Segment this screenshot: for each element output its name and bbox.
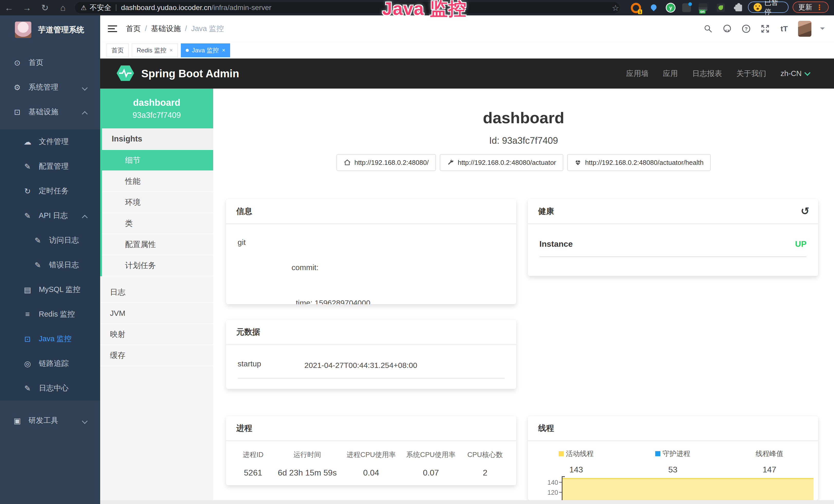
breadcrumb-infrastructure[interactable]: 基础设施 — [151, 24, 181, 34]
sba-menu-logs[interactable]: 日志 — [100, 282, 213, 303]
sidebar-item-home[interactable]: ⊙ 首页 — [0, 50, 100, 75]
sba-menu-scheduled-tasks[interactable]: 计划任务 — [102, 255, 213, 276]
sidebar-item-label: 系统管理 — [28, 82, 58, 92]
sidebar-item-system-mgmt[interactable]: ⚙ 系统管理 — [0, 75, 100, 100]
sba-locale-select[interactable]: zh-CN — [781, 69, 810, 78]
github-icon[interactable] — [722, 24, 732, 34]
extension-y-icon[interactable]: y — [666, 3, 676, 13]
sidebar-item-java-monitor[interactable]: ⊡ Java 监控 — [0, 327, 100, 351]
tab-java-monitor[interactable]: Java 监控 × — [181, 43, 230, 57]
sba-menu-jvm[interactable]: JVM — [100, 303, 213, 324]
process-card-title: 进程 — [226, 416, 516, 441]
security-label: 不安全 — [90, 3, 111, 13]
sidebar-item-scheduled-jobs[interactable]: ↻ 定时任务 — [0, 179, 100, 203]
sidebar-item-api-log[interactable]: ✎ API 日志 — [0, 203, 100, 228]
insights-group: Insights 细节 性能 环境 类 配置属性 计划任务 — [100, 129, 213, 276]
paused-button[interactable]: 已暂停 — [748, 2, 789, 13]
timer-icon: ↻ — [22, 187, 33, 196]
home-icon — [344, 159, 351, 166]
sba-menu-classes[interactable]: 类 — [102, 213, 213, 234]
close-icon[interactable]: × — [170, 47, 173, 54]
update-button[interactable]: 更新 ⋮ — [793, 2, 829, 13]
dashboard-icon: ⊙ — [12, 58, 23, 67]
sidebar-item-label: MySQL 监控 — [39, 284, 81, 295]
legend-swatch-yellow — [559, 451, 564, 456]
process-col-system-cpu: 系统CPU使用率 0.07 — [402, 450, 460, 478]
chevron-up-icon — [82, 215, 88, 221]
sidebar-item-label: 基础设施 — [28, 107, 58, 117]
extension-pin-icon[interactable] — [649, 3, 660, 13]
sidebar-item-access-log[interactable]: ✎ 访问日志 — [0, 228, 100, 253]
url-bar[interactable]: ⚠ 不安全 dashboard.yudao.iocoder.cn /infra/… — [75, 2, 619, 13]
browser-back-icon[interactable]: ← — [0, 0, 18, 16]
tab-home[interactable]: 首页 — [107, 43, 129, 57]
live-threads-area — [563, 478, 813, 500]
extensions-puzzle-icon[interactable] — [733, 3, 744, 13]
extension-leaf-icon[interactable] — [717, 3, 727, 13]
browser-home-icon[interactable]: ⌂ — [54, 0, 72, 16]
avatar-caret-icon[interactable] — [820, 27, 825, 32]
metadata-key: startup — [238, 360, 304, 371]
history-icon[interactable]: ↺ — [800, 205, 809, 217]
browser-menu-icon[interactable]: ⋮ — [816, 3, 823, 12]
sba-menu-environment[interactable]: 环境 — [102, 192, 213, 213]
sidebar-item-mysql-monitor[interactable]: ▤ MySQL 监控 — [0, 277, 100, 302]
user-avatar[interactable] — [798, 21, 811, 37]
sidebar-item-tracing[interactable]: ◎ 链路追踪 — [0, 351, 100, 376]
sidebar-item-log-center[interactable]: ✎ 日志中心 — [0, 376, 100, 400]
sba-nav-journal[interactable]: 日志报表 — [692, 69, 722, 79]
warning-icon: ⚠ — [81, 4, 87, 12]
threads-card: 线程 活动线程 守护进程 线程峰值 143 53 147 140 120 100 — [528, 416, 818, 500]
url-path: /infra/admin-server — [212, 4, 271, 12]
fullscreen-icon[interactable] — [760, 24, 770, 34]
extension-orange-icon[interactable]: 1 — [631, 3, 641, 13]
heartbeat-icon — [574, 159, 581, 166]
extension-grid-icon[interactable] — [682, 3, 693, 13]
tab-redis-monitor[interactable]: Redis 监控 × — [132, 43, 178, 57]
app-logo-row[interactable]: 芋道管理系统 — [0, 16, 100, 43]
health-instance-row: Instance UP — [540, 239, 807, 257]
sba-menu-details[interactable]: 细节 — [102, 150, 213, 171]
hamburger-icon[interactable] — [108, 25, 117, 32]
breadcrumb-home[interactable]: 首页 — [126, 24, 141, 34]
health-url-button[interactable]: http://192.168.0.2:48080/actuator/health — [567, 154, 711, 171]
on-badge: on — [699, 9, 706, 14]
monitor-icon: ⊡ — [12, 108, 23, 117]
sidebar-item-infrastructure[interactable]: ⊡ 基础设施 — [0, 100, 100, 124]
info-card: 信息 git commit: time: 1596289704000 id: 2… — [226, 199, 516, 304]
sidebar-item-file-mgmt[interactable]: ☁ 文件管理 — [0, 130, 100, 154]
process-col-cpu-cores: CPU核心数 2 — [460, 450, 510, 478]
metadata-card-title: 元数据 — [226, 320, 516, 345]
sba-menu-metrics[interactable]: 性能 — [102, 171, 213, 192]
bookmark-star-icon[interactable]: ☆ — [612, 3, 619, 13]
service-url-button[interactable]: http://192.168.0.2:48080/ — [336, 154, 436, 171]
sba-nav-wallboard[interactable]: 应用墙 — [626, 69, 649, 79]
chevron-down-icon — [804, 70, 810, 76]
sba-menu-mappings[interactable]: 映射 — [100, 324, 213, 345]
sba-menu-config-props[interactable]: 配置属性 — [102, 234, 213, 255]
sba-menu-insights[interactable]: Insights — [102, 129, 213, 150]
browser-forward-icon[interactable]: → — [18, 0, 36, 16]
extension-on-icon[interactable]: on — [699, 3, 709, 13]
horizontal-scrollbar[interactable] — [100, 500, 834, 504]
sba-menu-caches[interactable]: 缓存 — [100, 345, 213, 366]
actuator-url-button[interactable]: http://192.168.0.2:48080/actuator — [440, 154, 563, 171]
font-size-icon[interactable]: tT — [779, 24, 789, 34]
spring-boot-admin-logo[interactable] — [116, 65, 135, 83]
sidebar-item-redis-monitor[interactable]: ≡ Redis 监控 — [0, 302, 100, 327]
sidebar-item-config-mgmt[interactable]: ✎ 配置管理 — [0, 154, 100, 179]
help-icon[interactable]: ? — [741, 24, 751, 34]
sidebar-item-dev-tools[interactable]: ▣ 研发工具 — [0, 408, 100, 433]
sba-menu-label: 日志 — [110, 287, 125, 298]
sba-nav-about[interactable]: 关于我们 — [737, 69, 766, 79]
git-commit-line: commit: — [291, 261, 370, 273]
metadata-card: 元数据 startup 2021-04-27T00:44:31.254+08:0… — [226, 320, 516, 389]
sba-brand-title[interactable]: Spring Boot Admin — [141, 68, 239, 80]
health-card-title: 健康 — [538, 206, 554, 217]
instance-header[interactable]: dashboard 93a3fc7f7409 — [100, 89, 213, 129]
search-icon[interactable] — [703, 24, 713, 34]
browser-reload-icon[interactable]: ↻ — [36, 0, 54, 16]
sba-nav-applications[interactable]: 应用 — [663, 69, 678, 79]
sidebar-item-error-log[interactable]: ✎ 错误日志 — [0, 253, 100, 277]
close-icon[interactable]: × — [222, 47, 225, 54]
